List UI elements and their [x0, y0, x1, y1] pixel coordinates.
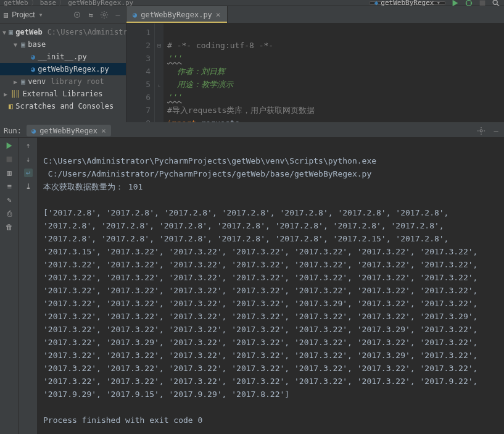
toolbar: ▤ Project ▾ ⇆ — ◕ getWebByRegex.py × [0, 6, 504, 23]
code-line: import requests [167, 119, 239, 122]
tree-label: venv [28, 77, 46, 86]
project-label: Project [12, 10, 35, 19]
close-icon[interactable]: × [216, 10, 221, 19]
run-console[interactable]: C:\Users\Administrator\PycharmProjects\g… [37, 138, 504, 434]
chevron-right-icon: ▶ [2, 91, 9, 98]
console-exit: Process finished with exit code 0 [43, 415, 202, 425]
folder-icon: ▣ [21, 77, 25, 86]
scratch-icon: ◧ [9, 102, 13, 111]
code-line: 用途：教学演示 [167, 80, 233, 89]
run-config-selector[interactable]: ◆ getWebByRegex ▾ [369, 1, 446, 5]
breadcrumb: getWeb 〉 base 〉 getWebByRegex.py ◆ getWe… [0, 0, 504, 6]
tab-underline [126, 22, 227, 23]
softwrap-icon[interactable]: ↩ [24, 169, 33, 177]
svg-marker-24 [7, 143, 12, 149]
svg-line-15 [102, 12, 102, 12]
run-toolwindow: ▥ ≡ ✎ ⎙ 🗑 ↑ ↓ ↩ ⤓ C:\Users\Administrator… [0, 138, 504, 434]
svg-marker-0 [453, 0, 458, 6]
filter-icon[interactable]: ≡ [5, 182, 14, 191]
tab-getwebbyregex[interactable]: ◕ getWebByRegex.py × [126, 6, 228, 23]
console-list: ['2017.2.8', '2017.2.8', '2017.2.8', '20… [43, 208, 482, 399]
svg-line-16 [106, 17, 107, 17]
line-number: 6 [126, 91, 151, 104]
svg-rect-5 [480, 0, 485, 6]
code-line: #导入requests类库，用户获取网页数据 [167, 106, 315, 115]
tree-label: base [28, 40, 46, 49]
line-number: 7 [126, 104, 151, 117]
line-number: 8 [126, 117, 151, 122]
svg-rect-25 [7, 157, 12, 162]
code-line: ''' [167, 93, 181, 102]
svg-line-17 [102, 17, 102, 17]
project-icon: ▤ [4, 10, 8, 19]
tree-folder-venv[interactable]: ▶ ▣ venv library root [0, 75, 126, 88]
tree-label: Scratches and Consoles [15, 102, 114, 111]
tree-file-regex[interactable]: ◕ getWebByRegex.py [0, 63, 126, 75]
fold-gutter[interactable]: ⊟ ⌞ [155, 23, 163, 122]
project-tree[interactable]: ▼ ▣ getWeb C:\Users\Administrator ▼ ▣ ba… [0, 23, 126, 122]
console-line: 本次获取数据数量为： 101 [43, 182, 143, 191]
layout-icon[interactable]: ▥ [5, 169, 14, 177]
run-tab-label: getWebByRegex [39, 127, 97, 135]
close-icon[interactable]: × [101, 126, 106, 135]
tree-scratches[interactable]: ◧ Scratches and Consoles [0, 100, 126, 112]
tree-external-libs[interactable]: ▶ ‖‖ External Libraries [0, 88, 126, 100]
keyword: import [167, 119, 196, 122]
fold-end-icon[interactable]: ⌞ [155, 78, 163, 91]
rerun-icon[interactable] [5, 141, 14, 150]
print-icon[interactable]: ⎙ [5, 209, 14, 218]
console-line: C:/Users/Administrator/PycharmProjects/g… [43, 169, 371, 178]
collapse-icon[interactable]: ⇆ [86, 10, 95, 19]
line-number: 4 [126, 65, 151, 78]
target-icon[interactable] [73, 10, 81, 19]
run-toolwindow-header[interactable]: Run: ◕ getWebByRegex × — [0, 124, 504, 138]
line-number: 1 [126, 26, 151, 39]
code-line: ''' [167, 54, 181, 63]
tree-folder-base[interactable]: ▼ ▣ base [0, 38, 126, 51]
run-label: Run: [4, 127, 22, 135]
hide-icon[interactable]: — [492, 127, 500, 135]
fold-start-icon[interactable]: ⊟ [155, 39, 163, 52]
chevron-right-icon: ▶ [12, 78, 19, 85]
hide-icon[interactable]: — [114, 10, 122, 19]
tree-label: External Libraries [22, 90, 102, 98]
up-icon[interactable]: ↑ [24, 141, 33, 150]
folder-icon: ▣ [9, 28, 13, 36]
run-left-gutter-2: ↑ ↓ ↩ ⤓ [19, 138, 37, 434]
line-gutter: 1 2 3 4 5 6 7 8 [126, 23, 155, 122]
identifier: requests [196, 119, 239, 122]
pin-icon[interactable]: ✎ [5, 196, 14, 204]
main-split: ▼ ▣ getWeb C:\Users\Administrator ▼ ▣ ba… [0, 23, 504, 124]
svg-point-19 [480, 130, 482, 132]
project-toolwindow-header[interactable]: ▤ Project ▾ ⇆ — [0, 6, 126, 23]
down-icon[interactable]: ↓ [24, 155, 33, 164]
run-left-gutter: ▥ ≡ ✎ ⎙ 🗑 [0, 138, 19, 434]
gear-icon[interactable] [100, 10, 109, 19]
line-number: 2 [126, 39, 151, 52]
console-blank [43, 195, 48, 204]
scroll-end-icon[interactable]: ⤓ [24, 182, 33, 191]
tree-hint: library root [51, 77, 104, 86]
tree-label: getWeb [15, 28, 42, 36]
tree-label: getWebByRegex.py [38, 65, 109, 73]
svg-line-18 [106, 12, 107, 12]
console-line: C:\Users\Administrator\PycharmProjects\g… [43, 156, 376, 165]
tree-file-init[interactable]: ◕ __init__.py [0, 51, 126, 63]
code-line: 作者：刘日辉 [167, 67, 225, 76]
run-tab[interactable]: ◕ getWebByRegex × [27, 125, 111, 136]
gear-icon[interactable] [477, 127, 485, 135]
code-area[interactable]: # -*- coding:utf-8 -*- ''' 作者：刘日辉 用途：教学演… [163, 23, 504, 122]
tree-root[interactable]: ▼ ▣ getWeb C:\Users\Administrator [0, 26, 126, 38]
console-value: 101 [128, 182, 143, 191]
editor[interactable]: 1 2 3 4 5 6 7 8 ⊟ ⌞ # -*- coding:utf-8 -… [126, 23, 504, 122]
trash-icon[interactable]: 🗑 [5, 223, 14, 232]
python-file-icon: ◕ [31, 65, 35, 73]
svg-point-9 [76, 14, 78, 15]
tree-label: __init__.py [38, 52, 86, 61]
python-icon: ◕ [31, 127, 36, 135]
folder-icon: ▣ [21, 40, 25, 49]
stop-icon [5, 155, 14, 164]
chevron-down-icon: ▼ [2, 29, 6, 36]
tab-label: getWebByRegex.py [141, 10, 212, 19]
python-icon: ◕ [133, 10, 137, 19]
